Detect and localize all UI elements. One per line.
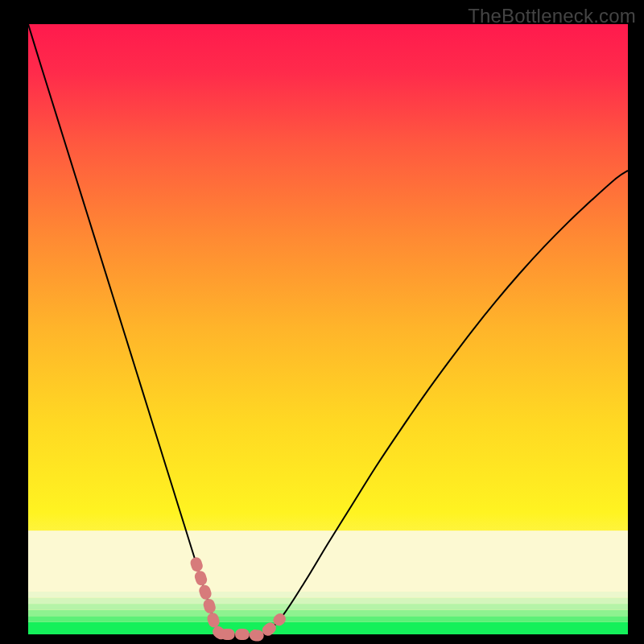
band-green-fade-5 [28,592,628,598]
band-pale-yellow [28,530,628,592]
band-green-fade-3 [28,604,628,610]
chart-container: TheBottleneck.com [0,0,644,644]
band-green-fade-4 [28,598,628,605]
band-green-fade-1 [28,616,628,622]
band-green-solid [28,622,628,634]
chart-svg [0,0,644,644]
watermark-text: TheBottleneck.com [468,5,636,27]
band-green-fade-2 [28,610,628,617]
